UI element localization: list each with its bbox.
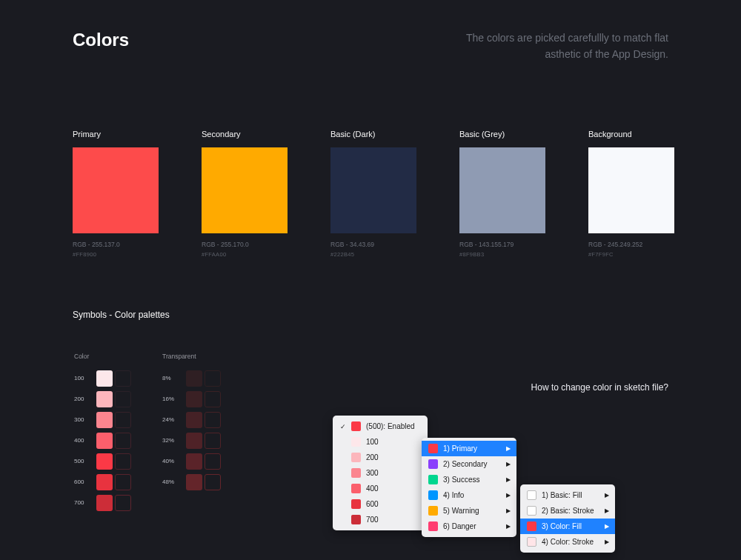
chip-fill	[186, 412, 202, 428]
swatch-rgb: RGB - 255.170.0	[202, 241, 288, 248]
palette-step: 600	[74, 479, 89, 485]
chip-fill	[96, 495, 113, 511]
palette-row: 48%	[162, 474, 221, 490]
chip-stroke	[115, 412, 131, 428]
menu-item[interactable]: 100	[333, 434, 428, 450]
subtitle-line1: The colors are picked carefullly to matc…	[466, 32, 668, 44]
chip-fill	[96, 391, 113, 407]
menu-item[interactable]: 200	[333, 450, 428, 465]
menu-item[interactable]: ✓(500): Enabled	[333, 419, 428, 434]
palette-step: 32%	[162, 437, 179, 444]
palette-transparent-head: Transparent	[162, 353, 221, 360]
palette-step: 8%	[162, 375, 179, 381]
menu-item[interactable]: 4) Info▶	[422, 487, 516, 503]
menu-item[interactable]: 1) Basic: Fill▶	[520, 487, 615, 503]
menu-item[interactable]: 2) Basic: Stroke▶	[520, 503, 615, 519]
menu-item-label: 2) Basic: Stroke	[542, 507, 594, 515]
chip-fill	[96, 412, 113, 428]
chip-stroke	[205, 474, 221, 490]
palette-row: 200	[74, 391, 131, 407]
menu-item-label: 1) Primary	[443, 444, 477, 453]
swatch-rgb: RGB - 255.137.0	[73, 241, 159, 248]
palette-step: 700	[74, 499, 89, 506]
palette-row: 400	[74, 433, 131, 449]
swatch-rgb: RGB - 245.249.252	[588, 241, 674, 248]
chip-stroke	[115, 453, 131, 470]
chip-fill	[186, 433, 202, 449]
menu-basic-color[interactable]: 1) Basic: Fill▶2) Basic: Stroke▶3) Color…	[520, 484, 615, 553]
chevron-right-icon: ▶	[605, 539, 609, 545]
section-symbols-title: Symbols - Color palettes	[73, 310, 668, 320]
menu-item-label: 700	[366, 516, 379, 524]
color-swatch-icon	[351, 453, 361, 462]
swatch-basic-dark-: Basic (Dark)RGB - 34.43.69#222B45	[330, 130, 416, 258]
palette-step: 500	[74, 458, 89, 464]
menu-item[interactable]: 6) Danger▶	[422, 519, 516, 534]
swatch-label: Basic (Dark)	[330, 130, 416, 139]
menu-categories[interactable]: 1) Primary▶2) Secondary▶3) Success▶4) In…	[422, 438, 516, 537]
swatch-hex: #222B45	[330, 251, 416, 258]
chevron-right-icon: ▶	[506, 445, 511, 452]
chip-stroke	[115, 370, 131, 387]
menu-item[interactable]: 300	[333, 465, 428, 481]
chip-fill	[96, 433, 113, 449]
palette-step: 24%	[162, 416, 179, 423]
chip-fill	[186, 391, 202, 407]
palette-step: 100	[74, 375, 89, 381]
palette-row: 300	[74, 412, 131, 428]
menu-item[interactable]: 2) Secondary▶	[422, 456, 516, 472]
palette-row: 40%	[162, 453, 221, 470]
swatch-background: BackgroundRGB - 245.249.252#F7F9FC	[588, 130, 674, 258]
swatch-box	[330, 147, 416, 233]
menu-item[interactable]: 4) Color: Stroke▶	[520, 534, 615, 550]
swatch-basic-grey-: Basic (Grey)RGB - 143.155.179#8F9BB3	[459, 130, 545, 258]
menu-item-label: 300	[366, 469, 379, 477]
color-swatch-icon	[428, 521, 438, 531]
swatch-primary: PrimaryRGB - 255.137.0#FF8900	[73, 130, 159, 258]
swatch-hex: #FFAA00	[202, 251, 288, 258]
menu-item[interactable]: 3) Color: Fill▶	[520, 519, 615, 534]
palette-step: 200	[74, 396, 89, 402]
palette-row: 600	[74, 474, 131, 490]
menu-item-label: 5) Warning	[443, 507, 479, 515]
menu-item[interactable]: 5) Warning▶	[422, 503, 516, 519]
chip-stroke	[115, 495, 131, 511]
chip-stroke	[115, 391, 131, 407]
palette-row: 500	[74, 453, 131, 470]
palette-row: 700	[74, 495, 131, 511]
swatch-label: Basic (Grey)	[459, 130, 545, 139]
chevron-right-icon: ▶	[605, 492, 609, 499]
palette-color-head: Color	[74, 353, 131, 360]
menu-item[interactable]: 1) Primary▶	[422, 441, 516, 456]
menu-item-label: 6) Danger	[443, 522, 476, 530]
menu-item-label: (500): Enabled	[366, 422, 415, 430]
menu-item-label: 4) Info	[443, 491, 464, 499]
color-swatch-icon	[428, 444, 438, 453]
swatch-hex: #F7F9FC	[588, 251, 674, 258]
swatch-label: Primary	[73, 130, 159, 139]
menu-item-label: 100	[366, 438, 379, 446]
palette-row: 16%	[162, 391, 221, 407]
menu-item-label: 1) Basic: Fill	[542, 491, 582, 499]
chevron-right-icon: ▶	[605, 507, 609, 514]
palette-step: 40%	[162, 458, 179, 464]
swatch-box	[459, 147, 545, 233]
subtitle-line2: asthetic of the App Design.	[545, 48, 668, 60]
color-swatch-icon	[527, 521, 536, 531]
color-swatch-icon	[428, 490, 438, 500]
menu-shades[interactable]: ✓(500): Enabled100200300400600700	[333, 416, 428, 530]
chip-fill	[96, 370, 113, 387]
menu-item[interactable]: 600	[333, 496, 428, 512]
chip-stroke	[205, 453, 221, 470]
color-swatch-icon	[428, 475, 438, 484]
swatch-hex: #8F9BB3	[459, 251, 545, 258]
swatch-box	[588, 147, 674, 233]
menu-item[interactable]: 700	[333, 512, 428, 527]
color-swatch-icon	[351, 499, 361, 509]
menu-item[interactable]: 3) Success▶	[422, 472, 516, 487]
swatch-label: Background	[588, 130, 674, 139]
color-swatch-icon	[351, 468, 361, 478]
menu-item-label: 3) Color: Fill	[542, 522, 582, 530]
menu-item-label: 2) Secondary	[443, 460, 487, 468]
menu-item[interactable]: 400	[333, 481, 428, 496]
